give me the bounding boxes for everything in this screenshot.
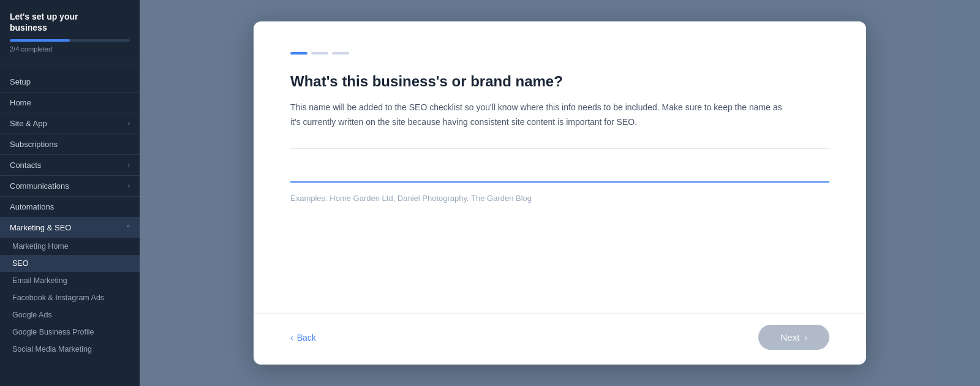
modal-card: What's this business's or brand name? Th… xyxy=(254,21,866,365)
sidebar-item-setup[interactable]: Setup xyxy=(0,72,140,92)
step-indicators xyxy=(290,52,829,55)
input-examples: Examples: Home Garden Ltd, Daniel Photog… xyxy=(290,194,829,203)
sidebar-sub-google-ads[interactable]: Google Ads xyxy=(0,306,140,324)
modal-body: What's this business's or brand name? Th… xyxy=(254,21,866,313)
sidebar-header: Let's set up yourbusiness 2/4 completed xyxy=(0,0,140,64)
chevron-right-btn-icon: › xyxy=(804,333,807,342)
sidebar-item-contacts[interactable]: Contacts › xyxy=(0,155,140,175)
modal-divider xyxy=(290,148,829,149)
sidebar-item-marketing-seo[interactable]: Marketing & SEO ^ xyxy=(0,218,140,238)
step-dot-3 xyxy=(332,52,349,55)
modal-description: This name will be added to the SEO check… xyxy=(290,100,793,130)
back-button[interactable]: ‹ Back xyxy=(290,328,316,347)
sidebar-nav: Setup Home Site & App › Subscriptions Co… xyxy=(0,69,140,386)
sidebar-sub-seo[interactable]: SEO xyxy=(0,255,140,272)
sidebar: Let's set up yourbusiness 2/4 completed … xyxy=(0,0,140,386)
chevron-left-icon: ‹ xyxy=(290,333,293,342)
sidebar-sub-marketing-home[interactable]: Marketing Home xyxy=(0,238,140,255)
progress-text: 2/4 completed xyxy=(10,45,130,53)
sidebar-sub-google-business[interactable]: Google Business Profile xyxy=(0,324,140,341)
sidebar-title: Let's set up yourbusiness xyxy=(10,11,130,33)
chevron-right-icon-comms: › xyxy=(128,183,130,189)
main-area: What's this business's or brand name? Th… xyxy=(140,0,980,386)
step-dot-1 xyxy=(290,52,307,55)
step-dot-2 xyxy=(311,52,328,55)
sidebar-item-automations[interactable]: Automations xyxy=(0,197,140,217)
chevron-right-icon-contacts: › xyxy=(128,162,130,168)
progress-bar-fill xyxy=(10,39,70,42)
progress-bar-container xyxy=(10,39,130,42)
sidebar-divider xyxy=(0,64,140,64)
brand-name-input[interactable] xyxy=(290,161,829,183)
next-button[interactable]: Next › xyxy=(758,325,829,350)
chevron-right-icon: › xyxy=(128,120,130,127)
sidebar-item-communications[interactable]: Communications › xyxy=(0,176,140,196)
modal-question: What's this business's or brand name? xyxy=(290,72,829,91)
sidebar-item-home[interactable]: Home xyxy=(0,93,140,113)
sidebar-sub-facebook-instagram[interactable]: Facebook & Instagram Ads xyxy=(0,289,140,306)
modal-footer: ‹ Back Next › xyxy=(254,313,866,365)
sidebar-item-site-app[interactable]: Site & App › xyxy=(0,113,140,134)
chevron-up-icon-marketing: ^ xyxy=(127,224,130,231)
sidebar-sub-social-media[interactable]: Social Media Marketing xyxy=(0,341,140,358)
sidebar-item-subscriptions[interactable]: Subscriptions xyxy=(0,134,140,154)
sidebar-sub-email-marketing[interactable]: Email Marketing xyxy=(0,272,140,289)
